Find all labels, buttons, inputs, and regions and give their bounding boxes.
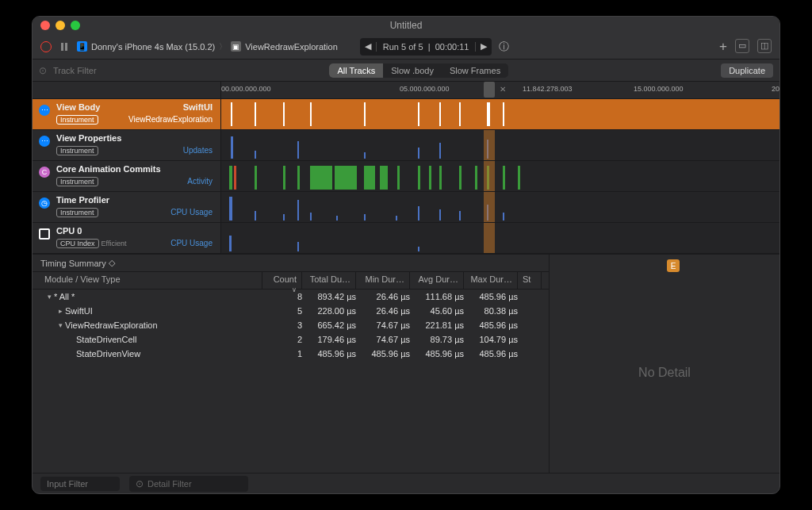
input-filter[interactable]	[40, 477, 120, 491]
track-lane[interactable]	[221, 223, 779, 253]
row-label: ViewRedrawExploration	[65, 320, 158, 330]
track-row[interactable]: CPU 0CPU Index EfficientCPU Usage	[33, 223, 779, 254]
row-count: 1	[262, 349, 302, 359]
timeline-bar	[459, 166, 462, 190]
titlebar: Untitled	[33, 17, 779, 34]
track-name: View Properties	[56, 133, 121, 143]
timeline-bar	[459, 211, 461, 220]
table-row[interactable]: ▾* All *8893.42 µs26.46 µs111.68 µs485.9…	[33, 290, 549, 304]
track-icon	[39, 228, 50, 240]
timeline-bar	[487, 102, 490, 126]
col-avg[interactable]: Avg Dur…	[410, 272, 464, 289]
timeline-bar	[418, 206, 419, 220]
track-name: CPU 0	[56, 226, 82, 236]
breadcrumb[interactable]: 📱 Donny's iPhone 4s Max (15.0.2) 〉 ▣ Vie…	[77, 41, 338, 52]
col-count[interactable]: Count ∨	[262, 272, 302, 289]
tab-slow-body[interactable]: Slow .body	[383, 63, 442, 78]
playhead[interactable]	[484, 82, 495, 98]
next-run-button[interactable]: ▶	[476, 41, 492, 52]
detail-filter[interactable]: ⊙ Detail Filter	[129, 476, 248, 492]
ruler-tick: 15.000.000.000	[634, 85, 684, 93]
timeline-bar	[310, 102, 312, 126]
timeline-bar	[418, 166, 420, 190]
track-row[interactable]: CCore Animation CommitsInstrumentActivit…	[33, 161, 779, 192]
close-icon[interactable]: ✕	[500, 85, 506, 94]
summary-header[interactable]: Timing Summary ◇	[33, 255, 549, 272]
row-total: 893.42 µs	[302, 292, 356, 301]
instrument-badge: Instrument	[56, 146, 98, 155]
timeline-bar	[255, 166, 257, 190]
track-name: Core Animation Commits	[56, 164, 161, 174]
instrument-badge: Instrument	[56, 115, 98, 125]
tab-all-tracks[interactable]: All Tracks	[329, 63, 383, 78]
table-row[interactable]: ▾ViewRedrawExploration3665.42 µs74.67 µs…	[33, 318, 549, 332]
close-icon[interactable]	[40, 21, 50, 30]
device-icon: 📱	[77, 41, 87, 52]
track-lane[interactable]	[221, 161, 779, 191]
col-max[interactable]: Max Dur…	[464, 272, 518, 289]
search-icon: ⊙	[136, 478, 144, 489]
track-lane[interactable]	[221, 192, 779, 222]
track-filter-input[interactable]	[53, 66, 212, 75]
minimize-icon[interactable]	[56, 21, 65, 30]
row-avg: 45.60 µs	[410, 306, 464, 316]
pause-button[interactable]	[58, 40, 71, 53]
track-lane[interactable]	[221, 130, 779, 160]
filter-bar: ⊙ All Tracks Slow .body Slow Frames Dupl…	[33, 59, 779, 82]
track-row[interactable]: ⋯View BodySwiftUIInstrumentViewRedrawExp…	[33, 99, 779, 130]
target-icon: ▣	[231, 41, 241, 52]
record-button[interactable]	[40, 41, 52, 52]
ruler-tick: 20.000.000.000	[772, 85, 780, 93]
table-row[interactable]: ▸SwiftUI5228.00 µs26.46 µs45.60 µs80.38 …	[33, 304, 549, 318]
disclosure-icon[interactable]: ▸	[56, 307, 65, 315]
track-lane[interactable]	[221, 99, 779, 129]
table-row[interactable]: StateDrivenCell2179.46 µs74.67 µs89.73 µ…	[33, 332, 549, 347]
row-count: 2	[262, 335, 302, 344]
disclosure-icon[interactable]: ▾	[56, 321, 65, 329]
run-label[interactable]: Run 5 of 5 | 00:00:11	[376, 42, 477, 52]
disclosure-icon[interactable]: ▾	[44, 293, 54, 301]
timeline-bar	[231, 136, 233, 159]
timeline-bar	[255, 151, 256, 159]
col-total[interactable]: Total Du…	[302, 272, 356, 289]
row-label: StateDrivenView	[76, 349, 140, 359]
timeline-bar	[364, 214, 366, 220]
detail-sidebar: E No Detail	[550, 255, 779, 473]
track-tabs: All Tracks Slow .body Slow Frames	[329, 63, 508, 78]
col-module[interactable]: Module / View Type	[33, 272, 262, 289]
row-total: 228.00 µs	[302, 306, 356, 316]
table-row[interactable]: StateDrivenView1485.96 µs485.96 µs485.96…	[33, 347, 549, 361]
info-icon[interactable]: ⓘ	[503, 39, 504, 55]
row-count: 3	[262, 320, 302, 330]
table-header: Module / View Type Count ∨ Total Du… Min…	[33, 272, 549, 290]
timeline-bar	[418, 247, 419, 251]
track-subtitle: CPU Usage	[170, 239, 213, 247]
col-st[interactable]: St	[518, 272, 542, 289]
track-row[interactable]: ⋯View PropertiesInstrumentUpdates	[33, 130, 779, 161]
row-max: 80.38 µs	[464, 306, 518, 316]
add-button[interactable]: +	[719, 39, 727, 55]
library-button[interactable]: ▭	[735, 39, 749, 53]
row-min: 26.46 µs	[356, 292, 410, 301]
maximize-icon[interactable]	[71, 21, 80, 30]
track-row[interactable]: ◷Time ProfilerInstrumentCPU Usage	[33, 192, 779, 223]
e-badge[interactable]: E	[667, 259, 680, 272]
duplicate-button[interactable]: Duplicate	[721, 63, 773, 78]
ruler-tick: 11.842.278.003	[523, 85, 573, 93]
instrument-badge: Instrument	[56, 177, 98, 186]
col-min[interactable]: Min Dur…	[356, 272, 410, 289]
timeline-bar	[518, 166, 520, 190]
track-subtitle: ViewRedrawExploration	[128, 115, 213, 124]
track-subtitle: Activity	[187, 177, 213, 186]
timeline-bar	[297, 166, 300, 190]
ruler[interactable]: ✕ 00.000.000.00005.000.000.00011.842.278…	[33, 82, 779, 99]
timeline-bar	[297, 141, 299, 159]
timeline-bar	[297, 200, 299, 220]
timeline-bar	[503, 166, 505, 190]
prev-run-button[interactable]: ◀	[360, 41, 376, 52]
inspector-button[interactable]: ◫	[757, 39, 772, 53]
timeline-bar	[418, 148, 419, 159]
target-label: ViewRedrawExploration	[245, 42, 338, 52]
timeline-bar	[229, 166, 232, 190]
tab-slow-frames[interactable]: Slow Frames	[442, 63, 508, 78]
